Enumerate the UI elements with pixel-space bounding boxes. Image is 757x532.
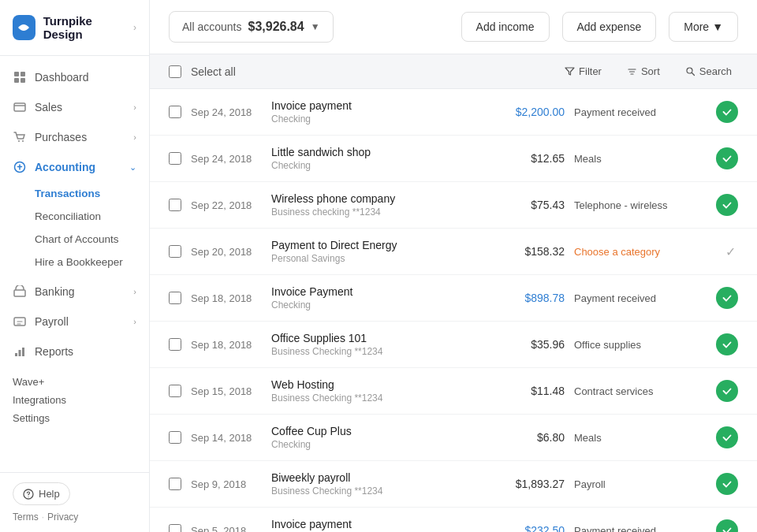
sidebar-item-reconciliation[interactable]: Reconciliation xyxy=(35,205,149,228)
more-label: More xyxy=(684,20,709,33)
sort-button[interactable]: Sort xyxy=(621,62,666,80)
tx-status xyxy=(710,473,738,495)
more-button[interactable]: More ▼ xyxy=(669,12,738,42)
extra-link-settings[interactable]: Settings xyxy=(13,409,136,427)
tx-name: Web Hosting xyxy=(271,378,476,391)
row-checkbox[interactable] xyxy=(169,385,181,397)
unverified-icon: ✓ xyxy=(722,244,738,259)
sidebar-item-purchases[interactable]: Purchases › xyxy=(0,122,149,152)
tx-status xyxy=(710,519,738,532)
row-checkbox[interactable] xyxy=(169,152,181,165)
tx-amount: $6.80 xyxy=(486,431,565,444)
tx-info: Coffee Cup Plus Checking xyxy=(271,425,476,450)
tx-info: Invoice payment Checking xyxy=(271,518,476,532)
payroll-icon xyxy=(13,314,27,329)
separator: · xyxy=(42,512,44,523)
row-checkbox[interactable] xyxy=(169,524,181,532)
sidebar-logo[interactable]: Turnpike Design › xyxy=(0,0,149,56)
extra-link-wave-plus[interactable]: Wave+ xyxy=(13,373,136,391)
sidebar-item-chart-of-accounts[interactable]: Chart of Accounts xyxy=(35,228,149,251)
filter-label: Filter xyxy=(579,65,602,77)
tx-category: Payment received xyxy=(574,292,700,304)
chevron-right-icon-payroll: › xyxy=(133,317,136,326)
row-checkbox[interactable] xyxy=(169,199,181,211)
add-income-button[interactable]: Add income xyxy=(461,12,550,42)
sidebar-item-hire-bookkeeper[interactable]: Hire a Bookkeeper xyxy=(35,251,149,273)
sidebar-item-sales[interactable]: Sales › xyxy=(0,92,149,122)
tx-name: Invoice Payment xyxy=(271,285,476,298)
select-all-checkbox[interactable] xyxy=(169,65,181,78)
tx-info: Biweekly payroll Business Checking **123… xyxy=(271,471,476,497)
table-row: Sep 9, 2018 Biweekly payroll Business Ch… xyxy=(150,461,757,508)
tx-name: Coffee Cup Plus xyxy=(271,425,476,437)
terms-link[interactable]: Terms xyxy=(13,512,39,523)
logo-icon xyxy=(13,15,35,40)
main-content: All accounts $3,926.84 ▼ Add income Add … xyxy=(150,0,757,532)
transactions-list: Sep 24, 2018 Invoice payment Checking $2… xyxy=(150,89,757,532)
tx-amount: $232.50 xyxy=(486,524,565,532)
row-checkbox[interactable] xyxy=(169,431,181,444)
verified-icon xyxy=(716,101,738,123)
tx-name: Wireless phone company xyxy=(271,192,476,205)
tx-amount: $75.43 xyxy=(486,199,565,211)
sidebar-item-label-accounting: Accounting xyxy=(35,161,121,173)
row-checkbox[interactable] xyxy=(169,478,181,490)
svg-point-6 xyxy=(22,140,24,142)
sidebar-item-label-reports: Reports xyxy=(35,345,136,358)
extra-link-integrations[interactable]: Integrations xyxy=(13,391,136,409)
sidebar-item-reports[interactable]: Reports xyxy=(0,337,149,366)
tx-status xyxy=(710,333,738,355)
privacy-link[interactable]: Privacy xyxy=(47,512,78,523)
table-header: Select all Filter Sort Search xyxy=(150,54,757,89)
verified-icon xyxy=(716,194,738,216)
verified-icon xyxy=(716,287,738,309)
row-checkbox[interactable] xyxy=(169,292,181,304)
sidebar-links: Terms · Privacy xyxy=(13,512,136,523)
tx-date: Sep 18, 2018 xyxy=(191,292,262,304)
logo-chevron-icon: › xyxy=(133,22,136,33)
search-button[interactable]: Search xyxy=(679,62,738,80)
tx-date: Sep 9, 2018 xyxy=(191,478,262,490)
sidebar-item-label-sales: Sales xyxy=(35,101,125,113)
select-all-label: Select all xyxy=(191,65,549,78)
tx-status xyxy=(710,287,738,309)
add-expense-button[interactable]: Add expense xyxy=(562,12,657,42)
tx-status xyxy=(710,194,738,216)
tx-date: Sep 15, 2018 xyxy=(191,385,262,397)
svg-rect-10 xyxy=(15,353,17,356)
verified-icon xyxy=(716,473,738,495)
account-selector[interactable]: All accounts $3,926.84 ▼ xyxy=(169,11,334,43)
tx-name: Payment to Direct Energy xyxy=(271,239,476,251)
row-checkbox[interactable] xyxy=(169,338,181,351)
sidebar-item-accounting[interactable]: Accounting ⌄ xyxy=(0,152,149,182)
tx-account: Checking xyxy=(271,439,476,450)
tx-category: Office supplies xyxy=(574,339,700,351)
svg-point-5 xyxy=(18,140,20,142)
tx-info: Office Supplies 101 Business Checking **… xyxy=(271,332,476,357)
tx-date: Sep 24, 2018 xyxy=(191,153,262,165)
filter-button[interactable]: Filter xyxy=(558,62,608,80)
sidebar-item-label-dashboard: Dashboard xyxy=(35,71,136,84)
row-checkbox[interactable] xyxy=(169,245,181,258)
tx-category: Payroll xyxy=(574,478,700,490)
sidebar-item-transactions[interactable]: Transactions xyxy=(35,182,149,205)
sidebar-item-dashboard[interactable]: Dashboard xyxy=(0,62,149,92)
sidebar-item-payroll[interactable]: Payroll › xyxy=(0,307,149,337)
svg-rect-12 xyxy=(22,348,24,356)
row-checkbox[interactable] xyxy=(169,106,181,118)
tx-status xyxy=(710,426,738,448)
extra-links: Wave+ Integrations Settings xyxy=(0,366,149,433)
tx-category[interactable]: Choose a category xyxy=(574,246,700,258)
chevron-right-icon-banking: › xyxy=(133,287,136,296)
tx-info: Invoice Payment Checking xyxy=(271,285,476,311)
accounting-icon xyxy=(13,160,27,174)
sidebar-item-banking[interactable]: Banking › xyxy=(0,277,149,307)
table-actions: Filter Sort Search xyxy=(558,62,738,80)
table-row: Sep 22, 2018 Wireless phone company Busi… xyxy=(150,182,757,229)
sidebar-item-label-payroll: Payroll xyxy=(35,315,125,328)
dashboard-icon xyxy=(13,70,27,84)
table-row: Sep 20, 2018 Payment to Direct Energy Pe… xyxy=(150,229,757,275)
help-button[interactable]: Help xyxy=(13,482,70,505)
tx-info: Payment to Direct Energy Personal Saving… xyxy=(271,239,476,264)
tx-status xyxy=(710,101,738,123)
